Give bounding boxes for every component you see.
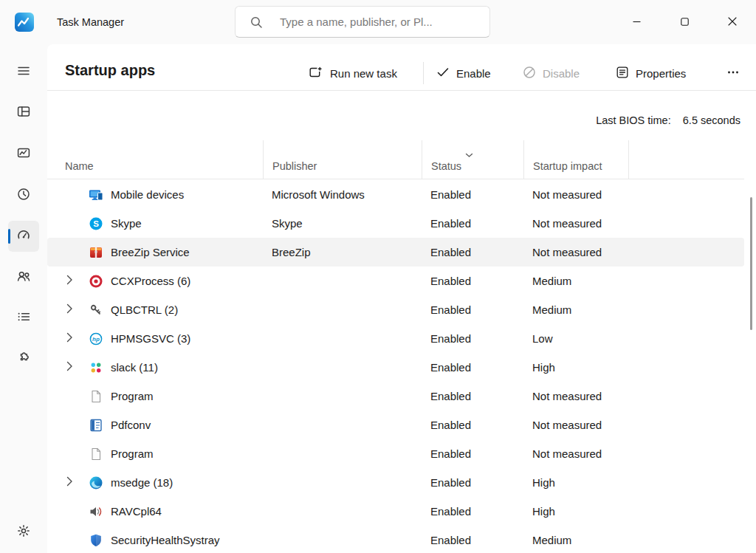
impact-cell: Not measured bbox=[523, 419, 628, 431]
search-box[interactable] bbox=[235, 6, 490, 38]
expand-chevron-icon[interactable] bbox=[66, 275, 73, 287]
sort-chevron-down-icon bbox=[465, 148, 473, 161]
task-manager-logo-icon bbox=[15, 13, 34, 32]
vertical-scrollbar-thumb[interactable] bbox=[750, 197, 752, 330]
app-history-icon bbox=[16, 187, 31, 205]
column-label: Name bbox=[65, 160, 94, 172]
name-cell: hp HPMSGSVC (3) bbox=[47, 332, 263, 346]
expand-chevron-icon[interactable] bbox=[66, 303, 73, 316]
enable-button[interactable]: Enable bbox=[429, 60, 498, 86]
table-row[interactable]: slack (11) Enabled High bbox=[47, 353, 744, 382]
column-header-status[interactable]: Status bbox=[422, 140, 523, 179]
search-icon bbox=[250, 16, 263, 32]
enable-check-icon bbox=[436, 66, 450, 81]
name-cell: Program bbox=[47, 447, 263, 461]
app-title: Task Manager bbox=[57, 0, 124, 44]
properties-button[interactable]: Properties bbox=[608, 60, 693, 86]
impact-cell: Not measured bbox=[523, 390, 628, 402]
titlebar: Task Manager bbox=[0, 0, 756, 44]
sidebar-menu-button[interactable] bbox=[8, 57, 39, 88]
table-row[interactable]: RAVCpl64 Enabled High bbox=[47, 497, 744, 526]
impact-cell: Not measured bbox=[523, 246, 628, 258]
startup-apps-icon bbox=[16, 227, 31, 245]
minimize-button[interactable] bbox=[619, 7, 653, 37]
hp-icon: hp bbox=[89, 332, 103, 346]
table-row[interactable]: hp HPMSGSVC (3) Enabled Low bbox=[47, 324, 744, 353]
page-title: Startup apps bbox=[65, 62, 155, 79]
app-name: RAVCpl64 bbox=[111, 505, 162, 518]
sidebar-item-details[interactable] bbox=[8, 303, 39, 334]
search-input[interactable] bbox=[236, 7, 489, 37]
sidebar-item-performance[interactable] bbox=[8, 139, 39, 170]
table-row[interactable]: Program Enabled Not measured bbox=[47, 439, 744, 468]
app-name: HPMSGSVC (3) bbox=[111, 332, 190, 345]
status-cell: Enabled bbox=[422, 246, 523, 258]
table-row[interactable]: msedge (18) Enabled High bbox=[47, 468, 744, 497]
slack-icon bbox=[89, 360, 103, 375]
run-new-task-button[interactable]: Run new task bbox=[301, 60, 405, 86]
column-header-publisher[interactable]: Publisher bbox=[263, 140, 422, 179]
publisher-cell: Microsoft Windows bbox=[263, 188, 422, 201]
app-name: BreeZip Service bbox=[111, 246, 190, 258]
status-cell: Enabled bbox=[422, 188, 523, 201]
name-cell: SecurityHealthSystray bbox=[47, 533, 263, 548]
run-new-task-icon bbox=[309, 65, 323, 82]
toolbar-divider bbox=[47, 90, 756, 91]
last-bios-time: Last BIOS time: 6.5 seconds bbox=[596, 114, 740, 126]
program-icon bbox=[89, 389, 103, 404]
app-name: Mobile devices bbox=[111, 188, 184, 201]
status-cell: Enabled bbox=[422, 505, 523, 518]
app-name: Skype bbox=[111, 217, 142, 230]
breezip-icon bbox=[89, 245, 103, 260]
skype-icon: S bbox=[89, 216, 103, 231]
disable-button: Disable bbox=[515, 60, 587, 86]
column-header-name[interactable]: Name bbox=[47, 140, 263, 179]
ccxprocess-icon bbox=[89, 274, 103, 289]
publisher-cell: BreeZip bbox=[263, 246, 422, 258]
impact-cell: Not measured bbox=[523, 188, 628, 201]
table-row[interactable]: BreeZip Service BreeZip Enabled Not meas… bbox=[47, 238, 744, 267]
status-cell: Enabled bbox=[422, 534, 523, 546]
column-label: Startup impact bbox=[533, 160, 602, 172]
status-cell: Enabled bbox=[422, 361, 523, 374]
sidebar-item-processes[interactable] bbox=[8, 97, 39, 128]
column-label: Status bbox=[431, 160, 461, 172]
status-cell: Enabled bbox=[422, 419, 523, 431]
impact-cell: Medium bbox=[523, 303, 628, 316]
table-row[interactable]: Program Enabled Not measured bbox=[47, 382, 744, 411]
table-header: Name Publisher Status Startup impact bbox=[47, 140, 744, 179]
app-name: QLBCTRL (2) bbox=[111, 303, 178, 316]
close-button[interactable] bbox=[715, 7, 749, 37]
main-content: Startup apps Run new task Enable Disable… bbox=[47, 44, 756, 553]
expand-chevron-icon[interactable] bbox=[66, 361, 73, 374]
column-header-startup-impact[interactable]: Startup impact bbox=[523, 140, 628, 179]
maximize-icon bbox=[681, 16, 689, 29]
table-row[interactable]: CCXProcess (6) Enabled Medium bbox=[47, 267, 744, 295]
svg-text:hp: hp bbox=[92, 336, 100, 343]
expand-chevron-icon[interactable] bbox=[66, 476, 73, 489]
name-cell: RAVCpl64 bbox=[47, 504, 263, 519]
maximize-button[interactable] bbox=[667, 7, 701, 37]
expand-chevron-icon[interactable] bbox=[66, 332, 73, 345]
app-name: CCXProcess (6) bbox=[111, 275, 190, 287]
table-row[interactable]: Pdfconv Enabled Not measured bbox=[47, 411, 744, 439]
properties-label: Properties bbox=[636, 67, 686, 80]
name-cell: msedge (18) bbox=[47, 475, 263, 490]
impact-cell: Not measured bbox=[523, 447, 628, 460]
table-row[interactable]: QLBCTRL (2) Enabled Medium bbox=[47, 295, 744, 324]
app-name: msedge (18) bbox=[111, 476, 173, 489]
impact-cell: Medium bbox=[523, 534, 628, 546]
more-button[interactable] bbox=[715, 60, 751, 86]
table-row[interactable]: S Skype Skype Enabled Not measured bbox=[47, 209, 744, 238]
name-cell: Program bbox=[47, 389, 263, 404]
sidebar-item-app-history[interactable] bbox=[8, 180, 39, 211]
sidebar-item-services[interactable] bbox=[8, 344, 39, 375]
table-row[interactable]: SecurityHealthSystray Enabled Medium bbox=[47, 526, 744, 553]
sidebar-item-settings[interactable] bbox=[8, 517, 39, 548]
sidebar-item-users[interactable] bbox=[8, 262, 39, 293]
column-label: Publisher bbox=[272, 160, 317, 172]
sidebar-item-startup-apps[interactable] bbox=[8, 221, 39, 252]
table-row[interactable]: Mobile devices Microsoft Windows Enabled… bbox=[47, 180, 744, 209]
impact-cell: High bbox=[523, 361, 628, 374]
app-name: slack (11) bbox=[111, 361, 158, 374]
